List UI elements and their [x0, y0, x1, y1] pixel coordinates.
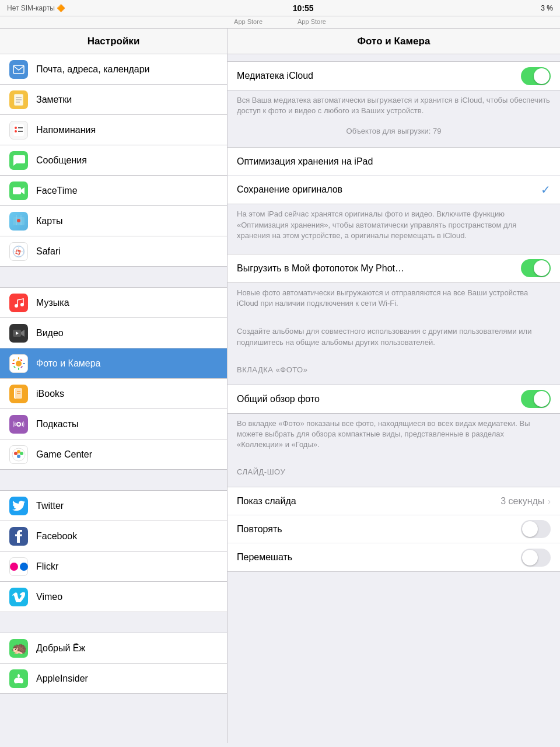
facetime-icon [9, 181, 28, 200]
slideshow-value: 3 секунды [501, 496, 544, 507]
sidebar-label-notes: Заметки [36, 95, 72, 105]
svg-rect-22 [18, 357, 19, 359]
icloud-library-row[interactable]: Медиатека iCloud [228, 62, 560, 90]
maps-icon [9, 212, 28, 231]
sidebar-label-reminders: Напоминания [36, 125, 96, 135]
sidebar-item-ibooks[interactable]: iBooks [0, 379, 227, 409]
sidebar-item-photos[interactable]: Фото и Камера [0, 348, 227, 379]
toggle-knob-3 [534, 391, 550, 407]
sidebar-item-notes[interactable]: Заметки [0, 85, 227, 115]
photo-summary-toggle[interactable] [521, 390, 551, 408]
sidebar-label-appleinsider: AppleInsider [36, 673, 88, 684]
upload-count: Объектов для выгрузки: 79 [228, 122, 560, 140]
sidebar-item-safari[interactable]: Safari [0, 236, 227, 267]
svg-point-6 [15, 127, 17, 129]
optimize-row[interactable]: Оптимизация хранения на iPad [228, 148, 560, 176]
toggle-knob [534, 68, 550, 84]
appstore-bar: App Store App Store [0, 16, 560, 29]
sidebar-item-dobryyozh[interactable]: 🦔 Добрый Ёж [0, 633, 227, 664]
repeat-row[interactable]: Повторять [228, 515, 560, 543]
slideshow-section-header: СЛАЙД-ШОУ [228, 456, 560, 480]
photo-summary-row[interactable]: Общий обзор фото [228, 385, 560, 413]
repeat-label: Повторять [237, 524, 282, 535]
sidebar-label-video: Видео [36, 328, 64, 338]
sidebar-item-reminders[interactable]: Напоминания [0, 115, 227, 145]
sidebar-label-facebook: Facebook [36, 531, 77, 542]
sidebar-item-twitter[interactable]: Twitter [0, 491, 227, 521]
sidebar-label-flickr: Flickr [36, 561, 58, 572]
slideshow-label: Показ слайда [237, 496, 296, 507]
photo-summary-section: Общий обзор фото [228, 385, 560, 414]
photostream-description: Новые фото автоматически выгружаются и о… [228, 283, 560, 315]
svg-rect-5 [13, 124, 24, 136]
status-battery: 3 % [541, 4, 553, 12]
sidebar-divider-1 [0, 267, 227, 288]
svg-point-7 [15, 130, 17, 132]
sidebar-item-vimeo[interactable]: Vimeo [0, 582, 227, 612]
slideshow-value-container: 3 секунды › [501, 496, 551, 507]
status-time: 10:55 [293, 4, 314, 13]
svg-rect-10 [13, 187, 21, 194]
appstore-left: App Store [234, 18, 262, 25]
facebook-icon [9, 527, 28, 546]
dobryyozh-icon: 🦔 [9, 639, 28, 658]
svg-point-21 [16, 361, 22, 366]
ibooks-icon [9, 385, 28, 403]
mail-icon [9, 60, 28, 79]
status-bar: Нет SIM-карты 🔶 10:55 3 % [0, 0, 560, 16]
sidebar-label-facetime: FaceTime [36, 186, 78, 196]
messages-icon [9, 151, 28, 170]
sidebar-item-video[interactable]: Видео [0, 318, 227, 348]
repeat-toggle[interactable] [521, 520, 551, 538]
save-originals-row[interactable]: Сохранение оригиналов ✓ [228, 176, 560, 204]
photo-summary-description: Во вкладке «Фото» показаны все фото, нах… [228, 414, 560, 456]
photostream-row[interactable]: Выгрузить в Мой фотопоток My Phot… [228, 254, 560, 282]
notes-icon [9, 90, 28, 109]
svg-point-18 [20, 303, 24, 306]
status-signal: Нет SIM-карты 🔶 [7, 4, 65, 12]
appleinsider-icon [9, 669, 28, 688]
svg-rect-28 [13, 365, 16, 368]
svg-rect-23 [18, 368, 19, 370]
svg-point-17 [15, 304, 18, 308]
sidebar-label-mail: Почта, адреса, календари [36, 64, 150, 75]
sidebar-item-appleinsider[interactable]: AppleInsider [0, 664, 227, 694]
sidebar-divider-2 [0, 470, 227, 491]
slideshow-chevron: › [548, 497, 551, 506]
sidebar-item-flickr[interactable]: Flickr [0, 551, 227, 582]
toggle-knob-4 [522, 521, 538, 537]
nav-settings-title: Настройки [0, 29, 228, 54]
icloud-library-toggle[interactable] [521, 67, 551, 85]
podcasts-icon [9, 415, 28, 434]
video-icon [9, 324, 28, 343]
shuffle-row[interactable]: Перемешать [228, 543, 560, 571]
optimize-label: Оптимизация хранения на iPad [237, 156, 373, 167]
music-icon [9, 294, 28, 312]
svg-rect-0 [13, 65, 24, 74]
slideshow-section: Показ слайда 3 секунды › Повторять Перем… [228, 487, 560, 572]
photostream-toggle[interactable] [521, 259, 551, 277]
sidebar-label-dobryyozh: Добрый Ёж [36, 643, 85, 654]
svg-rect-26 [12, 359, 15, 361]
icloud-section: Медиатека iCloud [228, 61, 560, 90]
sidebar-item-podcasts[interactable]: Подкасты [0, 409, 227, 439]
toggle-knob-5 [522, 550, 538, 566]
sidebar-item-music[interactable]: Музыка [0, 288, 227, 318]
sidebar-item-maps[interactable]: Карты [0, 206, 227, 236]
slideshow-row[interactable]: Показ слайда 3 секунды › [228, 487, 560, 515]
sidebar-item-facetime[interactable]: FaceTime [0, 176, 227, 206]
shuffle-toggle[interactable] [521, 549, 551, 567]
reminders-icon [9, 121, 28, 139]
sidebar-label-music: Музыка [36, 298, 69, 308]
sidebar-item-mail[interactable]: Почта, адреса, календари [0, 54, 227, 85]
appstore-right: App Store [298, 18, 326, 25]
photo-summary-label: Общий обзор фото [237, 394, 320, 404]
photostream-section: Выгрузить в Мой фотопоток My Phot… [228, 254, 560, 283]
photo-tab-section-header: ВКЛАДКА «ФОТО» [228, 354, 560, 378]
sidebar-divider-3 [0, 612, 227, 633]
svg-rect-24 [12, 363, 15, 364]
sidebar-item-gamecenter[interactable]: Game Center [0, 439, 227, 470]
sidebar-item-facebook[interactable]: Facebook [0, 521, 227, 551]
sidebar-item-messages[interactable]: Сообщения [0, 145, 227, 176]
storage-section: Оптимизация хранения на iPad Сохранение … [228, 147, 560, 204]
